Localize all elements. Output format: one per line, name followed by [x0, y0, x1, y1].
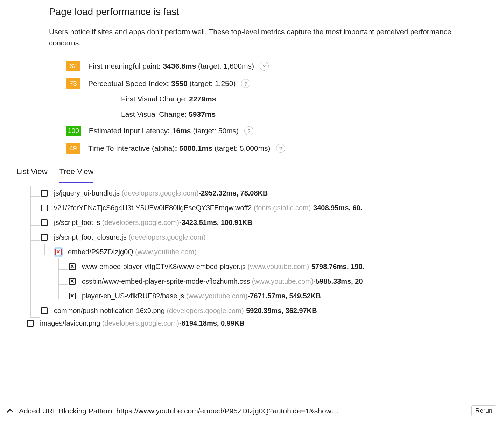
checkbox-checked-icon[interactable] — [69, 293, 76, 299]
tree-row[interactable]: js/script_foot_closure.js (developers.go… — [16, 230, 504, 244]
tree-file: cssbin/www-embed-player-sprite-mode-vflo… — [82, 277, 250, 285]
tree-host: (www.youtube.com) — [252, 277, 314, 285]
tree-file: player-en_US-vflkRUE82/base.js — [82, 292, 184, 300]
tree-host: (fonts.gstatic.com) — [254, 204, 311, 212]
score-badge: 62 — [66, 61, 80, 71]
tree-host: (developers.google.com) — [102, 319, 179, 327]
metric-label: Perceptual Speed Index: 3550 (target: 1,… — [88, 79, 236, 88]
tree-stats: 2952.32ms, 78.08KB — [201, 189, 268, 197]
checkbox-icon[interactable] — [41, 219, 48, 226]
report-title: Page load performance is fast — [49, 6, 455, 17]
tree-host: (www.youtube.com) — [247, 263, 309, 271]
report-description: Users notice if sites and apps don't per… — [49, 26, 455, 48]
tree-host: (developers.google.com) — [167, 307, 244, 315]
tree-row[interactable]: v21/2fcrYFNaTjcS6g4U3t-Y5UEw0lE80llgEseQ… — [16, 200, 504, 215]
tree-file: js/script_foot.js — [54, 219, 100, 227]
tree-file: js/jquery_ui-bundle.js — [54, 189, 120, 197]
report-header: Page load performance is fast Users noti… — [0, 0, 504, 154]
score-badge: 100 — [66, 126, 81, 136]
checkbox-icon[interactable] — [41, 234, 48, 241]
tree-stats: 5920.39ms, 362.97KB — [246, 307, 317, 315]
tree-host: (www.youtube.com) — [186, 292, 248, 300]
tree-host: (developers.google.com) — [128, 233, 205, 241]
tree-file: common/push-notification-16x9.png — [54, 307, 165, 315]
sub-metrics: First Visual Change: 2279ms Last Visual … — [66, 95, 455, 119]
score-badge: 49 — [66, 143, 80, 154]
tab-tree-view[interactable]: Tree View — [59, 161, 94, 183]
help-icon[interactable]: ? — [244, 126, 253, 135]
tree-stats: 5985.33ms, 20 — [316, 277, 363, 285]
tree-row[interactable]: common/push-notification-16x9.png (devel… — [16, 303, 504, 318]
metric-time-to-interactive[interactable]: 49 Time To Interactive (alpha): 5080.1ms… — [66, 143, 455, 154]
tree-stats: 8194.18ms, 0.99KB — [182, 319, 245, 327]
tree-row[interactable]: cssbin/www-embed-player-sprite-mode-vflo… — [16, 274, 504, 289]
checkbox-checked-icon[interactable] — [69, 278, 76, 285]
checkbox-icon[interactable] — [41, 190, 48, 197]
tree-view: js/jquery_ui-bundle.js (developers.googl… — [0, 183, 504, 328]
tab-list-view[interactable]: List View — [17, 161, 48, 183]
metric-label: Time To Interactive (alpha): 5080.1ms (t… — [88, 144, 271, 152]
checkbox-checked-icon[interactable] — [69, 263, 76, 270]
metric-first-meaningful-paint[interactable]: 62 First meaningful paint: 3436.8ms (tar… — [66, 61, 455, 71]
tree-row[interactable]: js/script_foot.js (developers.google.com… — [16, 215, 504, 230]
checkbox-icon[interactable] — [27, 320, 34, 327]
tabs: List View Tree View — [0, 161, 504, 183]
tree-stats: 7671.57ms, 549.52KB — [250, 292, 321, 300]
tree-file: www-embed-player-vflgCTvK8/www-embed-pla… — [82, 263, 246, 271]
rerun-button[interactable]: Rerun — [471, 405, 496, 416]
help-icon[interactable]: ? — [241, 79, 250, 88]
checkbox-checked-icon[interactable] — [55, 249, 62, 255]
status-text: Added URL Blocking Pattern: https://www.… — [19, 407, 465, 415]
score-badge: 73 — [66, 78, 80, 89]
checkbox-icon[interactable] — [41, 205, 48, 211]
tree-host: (developers.google.com) — [121, 189, 198, 197]
tree-stats: 3408.95ms, 60. — [313, 204, 362, 212]
tree-row[interactable]: js/jquery_ui-bundle.js (developers.googl… — [16, 186, 504, 200]
help-icon[interactable]: ? — [276, 144, 285, 153]
metrics-list: 62 First meaningful paint: 3436.8ms (tar… — [49, 61, 455, 154]
tree-host: (developers.google.com) — [102, 219, 179, 227]
tree-stats: 3423.51ms, 100.91KB — [182, 219, 252, 227]
tree-file: v21/2fcrYFNaTjcS6g4U3t-Y5UEw0lE80llgEseQ… — [54, 204, 252, 212]
metric-perceptual-speed-index[interactable]: 73 Perceptual Speed Index: 3550 (target:… — [66, 78, 455, 89]
tree-file: images/favicon.png — [40, 319, 100, 327]
tree-file: js/script_foot_closure.js — [54, 233, 127, 241]
tree-row[interactable]: embed/P95ZDIzjg0Q (www.youtube.com) — [16, 244, 504, 259]
tree-row[interactable]: images/favicon.png (developers.google.co… — [16, 318, 504, 328]
tree-row[interactable]: www-embed-player-vflgCTvK8/www-embed-pla… — [16, 259, 504, 274]
tree-file: embed/P95ZDIzjg0Q — [68, 248, 133, 256]
tree-stats: 5798.76ms, 190. — [312, 263, 364, 271]
sub-metric-first-visual-change: First Visual Change: 2279ms — [121, 95, 455, 103]
metric-label: First meaningful paint: 3436.8ms (target… — [88, 62, 254, 70]
checkbox-icon[interactable] — [41, 307, 48, 314]
tree-host: (www.youtube.com) — [135, 248, 197, 256]
metric-label: Estimated Input Latency: 16ms (target: 5… — [89, 127, 239, 135]
chevron-up-icon[interactable] — [7, 409, 14, 416]
sub-metric-last-visual-change: Last Visual Change: 5937ms — [121, 110, 455, 119]
help-icon[interactable]: ? — [260, 62, 269, 71]
metric-estimated-input-latency[interactable]: 100 Estimated Input Latency: 16ms (targe… — [66, 126, 455, 136]
tree-row[interactable]: player-en_US-vflkRUE82/base.js (www.yout… — [16, 289, 504, 303]
status-bar: Added URL Blocking Pattern: https://www.… — [0, 398, 504, 423]
